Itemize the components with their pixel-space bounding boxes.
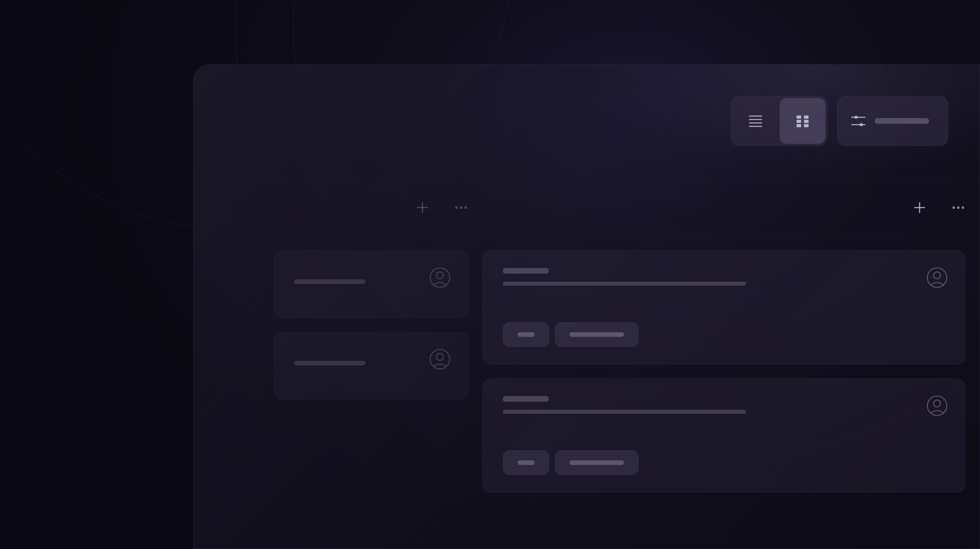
- board-column: [274, 179, 482, 549]
- card-tag[interactable]: [555, 451, 638, 475]
- board-column: [194, 179, 274, 549]
- tag-label-placeholder: [517, 332, 535, 337]
- svg-point-26: [957, 206, 960, 209]
- svg-rect-5: [804, 116, 808, 119]
- svg-point-27: [962, 206, 964, 209]
- toolbar: [731, 96, 948, 146]
- card-title-placeholder: [503, 268, 549, 274]
- svg-point-31: [934, 400, 940, 407]
- card[interactable]: [274, 332, 468, 399]
- card-avatar: [429, 267, 451, 289]
- add-card-button[interactable]: [415, 200, 430, 215]
- board-column: [482, 179, 980, 549]
- columns-area: [194, 179, 980, 549]
- column-more-button[interactable]: [454, 200, 468, 215]
- more-icon: [951, 205, 966, 211]
- user-icon: [926, 267, 948, 289]
- tag-label-placeholder: [570, 460, 624, 465]
- grid-icon: [795, 113, 810, 129]
- svg-rect-7: [804, 120, 808, 123]
- svg-rect-4: [797, 116, 801, 119]
- svg-rect-6: [797, 120, 801, 123]
- svg-rect-12: [854, 116, 858, 119]
- user-icon: [926, 395, 948, 417]
- svg-rect-9: [804, 124, 808, 127]
- svg-point-16: [455, 206, 458, 209]
- more-icon: [454, 205, 468, 211]
- list-icon: [748, 113, 763, 129]
- add-card-button[interactable]: [912, 200, 927, 215]
- filter-group: [837, 96, 948, 146]
- card-body-placeholder: [503, 282, 746, 286]
- app-panel: [193, 64, 980, 549]
- svg-point-21: [430, 349, 450, 369]
- cards-container: [482, 236, 980, 492]
- svg-point-29: [934, 272, 940, 279]
- svg-point-19: [430, 268, 450, 287]
- card-body-placeholder: [503, 410, 746, 414]
- card-title-placeholder: [503, 396, 549, 402]
- cards-container: [274, 236, 482, 399]
- card-avatar: [926, 267, 948, 289]
- card-tags: [503, 322, 945, 347]
- sliders-icon: [851, 113, 866, 129]
- svg-point-22: [436, 354, 443, 360]
- svg-rect-13: [860, 123, 863, 126]
- column-header: [194, 179, 274, 236]
- card[interactable]: [274, 251, 468, 318]
- svg-point-20: [436, 272, 443, 279]
- card-tags: [503, 451, 945, 475]
- view-toggle-group: [731, 96, 827, 146]
- svg-point-25: [952, 206, 955, 209]
- grid-view-button[interactable]: [780, 98, 826, 144]
- card-avatar: [926, 395, 948, 417]
- plus-icon: [416, 201, 429, 214]
- user-icon: [429, 348, 451, 370]
- user-icon: [429, 267, 451, 289]
- column-header: [274, 179, 482, 236]
- svg-point-17: [460, 206, 463, 209]
- svg-rect-8: [797, 124, 801, 127]
- card-tag[interactable]: [503, 322, 549, 347]
- card[interactable]: [482, 251, 966, 364]
- list-view-button[interactable]: [733, 98, 778, 144]
- tag-label-placeholder: [570, 332, 624, 337]
- column-header: [482, 179, 980, 236]
- card[interactable]: [482, 379, 966, 492]
- card-tag[interactable]: [555, 322, 638, 347]
- card-tag[interactable]: [503, 451, 549, 475]
- card-avatar: [429, 348, 451, 370]
- filter-button[interactable]: [839, 98, 946, 144]
- tag-label-placeholder: [517, 460, 535, 465]
- column-more-button[interactable]: [951, 200, 966, 215]
- filter-label-placeholder: [875, 118, 929, 124]
- card-title-placeholder: [294, 361, 366, 365]
- svg-point-28: [928, 268, 947, 287]
- card-title-placeholder: [294, 279, 366, 284]
- plus-icon: [913, 201, 926, 214]
- svg-point-30: [928, 396, 947, 416]
- svg-point-18: [465, 206, 467, 209]
